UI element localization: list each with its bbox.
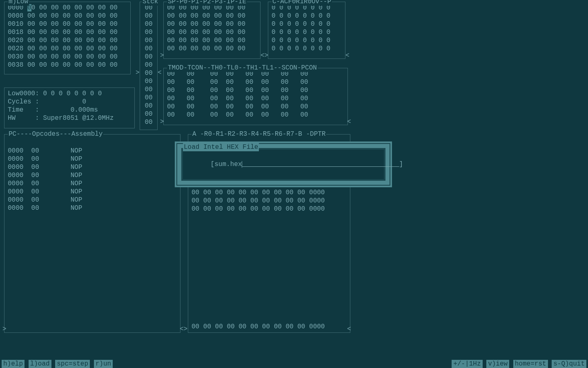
filename-input[interactable]: [sum.hex________________________________…	[181, 148, 385, 181]
stack-row: 00	[143, 20, 154, 28]
stack-row: 00	[143, 12, 154, 20]
ports-marker-mid: <>	[261, 52, 268, 60]
status-time: Time : 0.000ms	[8, 106, 131, 114]
psw-row: 0 0 0 0 0 0 0 0	[272, 20, 342, 28]
filename-value: sum.hex	[214, 161, 242, 168]
ports-row: 00 00 00 00 00 00 00	[167, 28, 257, 36]
regs-row: 00 00 00 00 00 00 00 00 00 00 0000	[192, 205, 347, 213]
disasm-panel: PC----Opcodes---Assembly 0000 00 NOP0000…	[4, 134, 180, 333]
status-bits: Low0000: 0 0 0 0 0 0 0 0	[8, 90, 131, 98]
ports-row: 00 00 00 00 00 00 00	[167, 45, 257, 53]
timers-title: TMOD-TCON--TH0-TL0--TH1-TL1--SCON-PCON	[167, 64, 318, 72]
ports-row: 00 00 00 00 00 00 00	[167, 36, 257, 45]
memory-row: 0018 00 00 00 00 00 00 00 00	[8, 28, 127, 36]
timers-row: 00 00 00 00 00 00 00 00	[167, 111, 344, 119]
disasm-row: 0000 00 NOP	[8, 155, 177, 163]
stack-row: 00	[143, 53, 154, 61]
load-hex-dialog: Load Intel HEX File [sum.hex____________…	[175, 141, 392, 187]
stack-title: Stck	[142, 0, 159, 6]
view-button[interactable]: v)iew	[486, 360, 509, 368]
stack-row: 00	[143, 102, 154, 110]
memory-row: 0038 00 00 00 00 00 00 00 00	[8, 61, 127, 69]
disasm-title: PC----Opcodes---Assembly	[8, 130, 103, 138]
dialog-title: Load Intel HEX File	[183, 143, 259, 151]
stack-row: 00	[143, 45, 154, 53]
timers-row: 00 00 00 00 00 00 00 00	[167, 86, 344, 94]
psw-marker-right: <	[345, 52, 350, 60]
ports-title: SP-P0-P1-P2-P3-IP-IE	[167, 0, 247, 6]
regs-title: A -R0-R1-R2-R3-R4-R5-R6-R7-B -DPTR	[192, 130, 326, 138]
stack-row: 00	[143, 77, 154, 85]
memory-title: m)Low	[8, 0, 29, 6]
disasm-row: 0000 00 NOP	[8, 171, 177, 180]
stack-row: 00	[143, 36, 154, 45]
stack-row: 00	[143, 28, 154, 36]
disasm-row: 0000 00 NOP	[8, 147, 177, 155]
disasm-row: 0000 00 NOP	[8, 180, 177, 188]
regs-bottom: 00 00 00 00 00 00 00 00 00 00 0000	[192, 323, 325, 331]
disasm-row: 0000 00 NOP	[8, 188, 177, 196]
timers-row: 00 00 00 00 00 00 00 00	[167, 78, 344, 86]
psw-title: C-ACF0R1R0Ov--P	[272, 0, 332, 6]
bracket-close: ]	[399, 161, 403, 168]
stack-row: 00	[143, 94, 154, 102]
quit-button[interactable]: s-Q)quit	[552, 360, 586, 368]
regs-row: 00 00 00 00 00 00 00 00 00 00 0000	[192, 197, 347, 205]
ports-row: 00 00 00 00 00 00 00	[167, 20, 257, 28]
timers-row: 00 00 00 00 00 00 00 00	[167, 103, 344, 111]
psw-panel: C-ACF0R1R0Ov--P 0 0 0 0 0 0 0 00 0 0 0 0…	[268, 2, 345, 59]
disasm-marker-mid: <>	[180, 325, 187, 333]
stack-row: 00	[143, 110, 154, 118]
filename-underline: ________________________________________	[242, 161, 399, 168]
load-button[interactable]: l)oad	[29, 360, 51, 368]
reset-button[interactable]: home=rst	[513, 360, 548, 368]
stack-row: 00	[143, 85, 154, 94]
help-button[interactable]: h)elp	[2, 360, 24, 368]
stack-row: 00	[143, 61, 154, 69]
memory-row: 0028 00 00 00 00 00 00 00 00	[8, 45, 127, 53]
footer-bar: h)elp l)oad spc=step r)un +/-|1Hz v)iew …	[0, 360, 588, 368]
hz-button[interactable]: +/-|1Hz	[452, 360, 482, 368]
memory-row: 0030 00 00 00 00 00 00 00 00	[8, 53, 127, 61]
status-panel: Low0000: 0 0 0 0 0 0 0 0 Cycles : 0 Time…	[4, 88, 135, 128]
step-button[interactable]: spc=step	[55, 360, 90, 368]
timers-marker-right: <	[347, 118, 351, 126]
regs-row: 00 00 00 00 00 00 00 00 00 00 0000	[192, 188, 347, 197]
psw-row: 0 0 0 0 0 0 0 0	[272, 45, 342, 53]
bracket-open: [	[211, 161, 215, 168]
regs-marker-right: <	[347, 325, 351, 333]
ports-marker-left: >	[160, 52, 164, 60]
stack-row: 00	[143, 69, 154, 77]
disasm-row: 0000 00 NOP	[8, 163, 177, 171]
disasm-row: 0000 00 NOP	[8, 204, 177, 212]
memory-row: 0020 00 00 00 00 00 00 00 00	[8, 36, 127, 45]
disasm-row: 0000 00 NOP	[8, 196, 177, 204]
timers-row: 00 00 00 00 00 00 00 00	[167, 94, 344, 103]
status-hw: HW : Super8051 @12.0MHz	[8, 114, 131, 122]
ports-row: 00 00 00 00 00 00 00	[167, 12, 257, 20]
timers-panel: TMOD-TCON--TH0-TL0--TH1-TL1--SCON-PCON 0…	[163, 68, 348, 125]
run-button[interactable]: r)un	[94, 360, 113, 368]
timers-marker-left: >	[160, 118, 164, 126]
memory-row: 0010 00 00 00 00 00 00 00 00	[8, 20, 127, 28]
memory-row: 0008 00 00 00 00 00 00 00 00	[8, 12, 127, 20]
psw-row: 0 0 0 0 0 0 0 0	[272, 28, 342, 36]
ports-panel: SP-P0-P1-P2-P3-IP-IE 00 00 00 00 00 00 0…	[163, 2, 261, 59]
psw-row: 0 0 0 0 0 0 0 0	[272, 36, 342, 45]
stack-marker-right: <	[158, 69, 162, 77]
stack-row: 00	[143, 118, 154, 126]
psw-row: 0 0 0 0 0 0 0 0	[272, 12, 342, 20]
status-cycles: Cycles : 0	[8, 98, 131, 106]
stack-marker-left: >	[136, 69, 140, 77]
memory-panel: m)Low 0000 00 00 00 00 00 00 00 000008 0…	[4, 2, 131, 74]
disasm-marker-left: >	[2, 325, 7, 333]
stack-panel: Stck 000000000000000000000000000000	[140, 2, 158, 130]
